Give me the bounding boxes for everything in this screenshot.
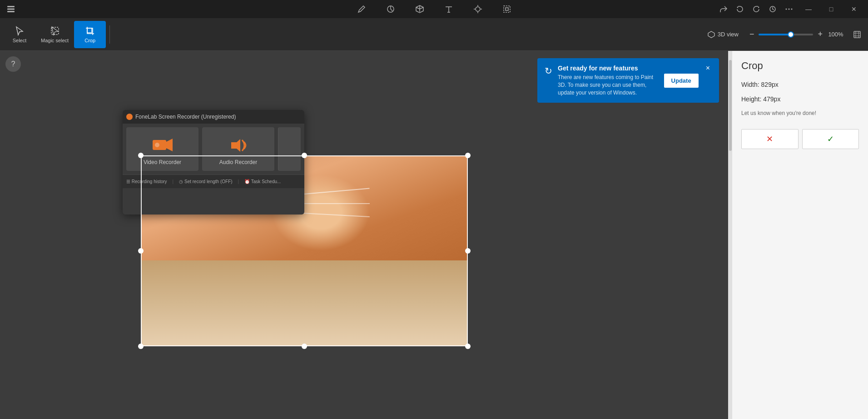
update-button[interactable]: Update xyxy=(664,74,699,88)
svg-marker-16 xyxy=(231,139,240,152)
svg-point-7 xyxy=(786,9,787,10)
partial-tile xyxy=(278,127,301,171)
audio-recorder-tile[interactable]: Audio Recorder xyxy=(202,127,274,171)
right-panel: Crop Width: 829px Height: 479px Let us k… xyxy=(732,51,868,419)
zoom-slider[interactable] xyxy=(759,34,813,35)
title-bar: — □ ✕ xyxy=(0,0,868,18)
record-length: ◷ Set record length (OFF) xyxy=(179,179,232,184)
screen-recorder-overlay: FoneLab Screen Recorder (Unregistered) V… xyxy=(123,110,304,214)
svg-rect-1 xyxy=(7,9,15,10)
magic-select-button[interactable]: Magic select xyxy=(37,21,72,48)
notification-icon: ↻ xyxy=(545,65,552,76)
notification-close-button[interactable]: × xyxy=(704,65,712,72)
zoom-percent-label: 100% xyxy=(827,31,844,38)
help-button[interactable]: ? xyxy=(5,56,21,72)
zoom-in-button[interactable]: + xyxy=(816,30,824,39)
toolbar-right: 3D view − + 100% xyxy=(704,27,864,42)
select-tool-button[interactable]: Select xyxy=(4,21,35,48)
toolbar-separator xyxy=(109,25,110,44)
notification-body: There are new features coming to Paint 3… xyxy=(558,74,659,96)
3d-view-label: 3D view xyxy=(718,31,739,38)
crop-cancel-button[interactable]: ✕ xyxy=(741,129,799,149)
height-field: Height: 479px xyxy=(741,95,859,103)
recorder-titlebar: FoneLab Screen Recorder (Unregistered) xyxy=(123,110,304,124)
video-recorder-icon xyxy=(151,136,174,155)
magic-select-label: Magic select xyxy=(41,38,69,43)
title-bar-left xyxy=(4,2,18,16)
3d-view-button[interactable]: 3D view xyxy=(704,29,742,40)
crop-resize-icon[interactable] xyxy=(500,2,514,16)
zoom-fit-icon[interactable] xyxy=(850,27,864,42)
undo-icon[interactable] xyxy=(733,2,747,16)
svg-point-9 xyxy=(791,9,793,10)
svg-rect-0 xyxy=(7,6,15,7)
crop-tool-button[interactable]: Crop xyxy=(74,21,106,48)
audio-recorder-label: Audio Recorder xyxy=(219,159,257,165)
history-icon[interactable] xyxy=(765,2,780,16)
svg-rect-12 xyxy=(854,31,860,38)
svg-rect-5 xyxy=(504,6,510,12)
toolbar: Select Magic select Crop 3D view − + 100… xyxy=(0,18,868,51)
recorder-footer: ☰ Recording history | ◷ Set record lengt… xyxy=(123,175,304,188)
recorder-brand-icon xyxy=(126,114,133,120)
svg-point-15 xyxy=(155,143,159,147)
recorder-content: Video Recorder Audio Recorder xyxy=(123,124,304,175)
3d-icon[interactable] xyxy=(412,2,427,16)
maximize-button[interactable]: □ xyxy=(821,2,842,16)
scrollbar-thumb[interactable] xyxy=(729,60,732,151)
zoom-out-button[interactable]: − xyxy=(748,30,756,39)
task-schedule: ⏰ Task Schedu... xyxy=(244,179,281,184)
pencil-icon[interactable] xyxy=(354,2,369,16)
crop-label: Crop xyxy=(84,38,95,43)
panel-title: Crop xyxy=(741,60,859,72)
notification-title: Get ready for new features xyxy=(558,65,659,72)
zoom-control: − + 100% xyxy=(748,30,844,39)
svg-rect-11 xyxy=(87,28,92,33)
text-icon[interactable] xyxy=(441,2,456,16)
title-bar-right: — □ ✕ xyxy=(716,2,864,16)
video-recorder-label: Video Recorder xyxy=(144,159,181,165)
redo-icon[interactable] xyxy=(749,2,764,16)
svg-rect-2 xyxy=(7,11,15,12)
share-icon[interactable] xyxy=(716,2,731,16)
svg-marker-14 xyxy=(166,139,173,151)
app-menu-icon[interactable] xyxy=(4,2,18,16)
canvas-area[interactable]: ? FoneLab Screen Recorder (Unregistered) xyxy=(0,51,728,419)
recorder-title: FoneLab Screen Recorder (Unregistered) xyxy=(135,114,236,120)
svg-point-8 xyxy=(789,9,790,10)
sticker-icon[interactable] xyxy=(383,2,398,16)
recording-history: ☰ Recording history xyxy=(126,179,167,184)
notification-content: Get ready for new features There are new… xyxy=(558,65,659,96)
select-label: Select xyxy=(13,38,27,43)
effects-icon[interactable] xyxy=(471,2,485,16)
minimize-button[interactable]: — xyxy=(798,2,819,16)
close-button[interactable]: ✕ xyxy=(843,2,864,16)
panel-hint: Let us know when you're done! xyxy=(741,110,859,116)
more-icon[interactable] xyxy=(782,2,796,16)
width-field: Width: 829px xyxy=(741,81,859,88)
svg-point-4 xyxy=(476,7,480,11)
vertical-scrollbar[interactable] xyxy=(728,51,732,419)
audio-recorder-icon xyxy=(227,136,250,155)
panel-actions: ✕ ✓ xyxy=(741,129,859,149)
crop-confirm-button[interactable]: ✓ xyxy=(802,129,859,149)
video-recorder-tile[interactable]: Video Recorder xyxy=(126,127,198,171)
notification-banner: ↻ Get ready for new features There are n… xyxy=(537,58,719,103)
main-area: ? FoneLab Screen Recorder (Unregistered) xyxy=(0,51,868,419)
